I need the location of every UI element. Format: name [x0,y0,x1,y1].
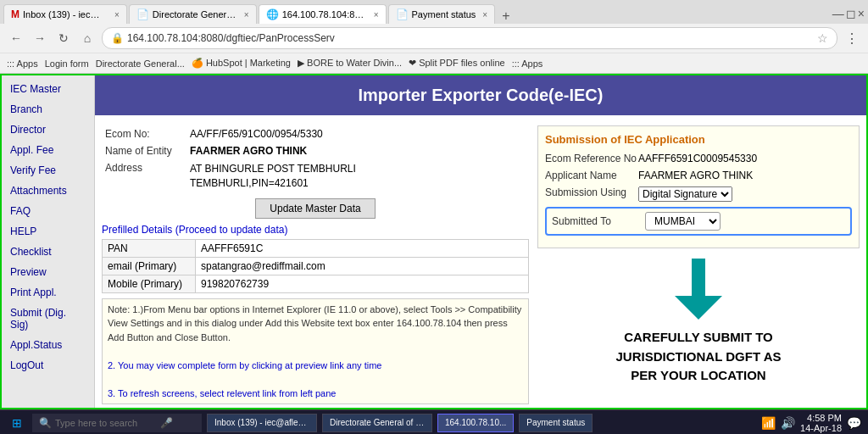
prefilled-title: Prefilled Details (Proceed to update dat… [102,224,529,236]
main-content: IEC Master Branch Director Appl. Fee Ver… [0,74,868,409]
bookmark-bore[interactable]: ▶ BORE to Water Divin... [298,58,402,69]
submitted-to-select[interactable]: MUMBAI DELHI CHENNAI KOLKATA [645,212,721,231]
bookmark-apps[interactable]: ::: Apps [7,58,38,69]
submission-using-select[interactable]: Digital Signature [638,186,732,202]
mobile-label: Mobile (Primary) [103,275,196,292]
note1: Note: 1.)From Menu bar options in Intern… [108,304,521,342]
taskbar-app-directorate[interactable]: Directorate General of F... [322,414,432,432]
browser-menu-button[interactable]: ⋮ [843,29,861,47]
start-button[interactable]: ⊞ [7,415,27,431]
pan-label: PAN [103,239,196,257]
sidebar-item-appl-status[interactable]: Appl.Status [2,335,94,355]
note3[interactable]: 3. To refresh screens, select relevent l… [108,388,336,398]
ecom-no-value: AA/FF/F65/91C00/0954/5330 [186,125,529,142]
page-title: Importer Exporter Code(e-IEC) [359,86,604,104]
bookmark-directorate[interactable]: Directorate General... [96,58,185,69]
sidebar-item-branch[interactable]: Branch [2,99,94,120]
note2[interactable]: 2. You may view complete form by clickin… [108,360,381,370]
search-box[interactable]: 🔍 🎤 [32,414,202,432]
tab-close-gmail[interactable]: × [114,10,120,19]
applicant-field: Applicant Name FAARMER AGRO THINK [545,170,852,181]
applicant-label: Applicant Name [545,170,638,181]
sidebar-item-attachments[interactable]: Attachments [2,181,94,201]
address-bar-row: ← → ↻ ⌂ 🔒 164.100.78.104:8080/dgftiec/Pa… [0,24,868,53]
email-row: email (Primary) spatangrao@rediffmail.co… [103,257,529,275]
forward-button[interactable]: → [31,29,49,47]
tab-close-payment[interactable]: × [482,10,487,19]
sidebar-item-submit-dig[interactable]: Submit (Dig. Sig) [2,303,94,335]
sidebar-item-appl-fee[interactable]: Appl. Fee [2,140,94,160]
email-label: email (Primary) [103,257,196,275]
bookmark-star-icon[interactable]: ☆ [817,31,828,45]
submission-title: Submission of IEC Application [545,133,852,146]
address-value: AT BHINGURLE POST TEMBHURLI TEMBHURLI,PI… [186,159,529,193]
entity-value: FAARMER AGRO THINK [186,142,529,159]
sidebar-item-logout[interactable]: LogOut [2,355,94,376]
new-tab-button[interactable]: + [497,8,515,24]
sidebar-item-verify-fee[interactable]: Verify Fee [2,160,94,181]
ecom-ref-label: Ecom Reference No [545,153,638,164]
sidebar-item-print[interactable]: Print Appl. [2,282,94,303]
back-button[interactable]: ← [7,29,25,47]
tab-directorate[interactable]: 📄 Directorate General of F... × [129,4,257,24]
prefilled-table: PAN AAFFF6591C email (Primary) spatangra… [102,239,529,293]
taskbar: ⊞ 🔍 🎤 Inbox (139) - iec@afleo... Directo… [0,409,868,434]
bookmark-split[interactable]: ❤ Split PDF files online [409,58,505,69]
taskbar-app-iec[interactable]: 164.100.78.10... [437,414,514,432]
tab-bar: M Inbox (139) - iec@afleo... × 📄 Directo… [0,0,868,24]
taskbar-network-icon: 📶 [761,416,776,430]
submission-box: Submission of IEC Application Ecom Refer… [537,125,860,248]
sidebar-item-faq[interactable]: FAQ [2,201,94,221]
sidebar: IEC Master Branch Director Appl. Fee Ver… [2,75,95,408]
update-master-btn[interactable]: Update Master Data [255,198,375,219]
address-box: 🔒 164.100.78.104:8080/dgftiec/PanProcess… [102,27,837,49]
carefully-text: CAREFULLY SUBMIT TOJURISDICTIONAL DGFT A… [615,328,781,386]
tab-iec[interactable]: 🌐 164.100.78.104:8080/dgf... × [259,4,387,24]
entity-row: Name of Entity FAARMER AGRO THINK [102,142,529,159]
submission-using-field: Submission Using Digital Signature [545,186,852,202]
address-text: 164.100.78.104:8080/dgftiec/PanProcessSe… [127,32,814,44]
minimize-button[interactable]: — [832,7,844,20]
taskbar-speaker-icon: 🔊 [781,416,795,430]
bookmark-apps2[interactable]: ::: Apps [512,58,543,69]
pan-row: PAN AAFFF6591C [103,239,529,257]
ecom-no-label: Ecom No: [102,125,186,142]
mobile-row: Mobile (Primary) 919820762739 [103,275,529,292]
ecom-ref-field: Ecom Reference No AAFFF6591C0009545330 [545,153,852,164]
sidebar-item-checklist[interactable]: Checklist [2,242,94,262]
arrow-section: CAREFULLY SUBMIT TOJURISDICTIONAL DGFT A… [537,255,860,386]
taskbar-app-payment[interactable]: Payment status [519,414,593,432]
search-input[interactable] [55,418,157,428]
submitted-to-row: Submitted To MUMBAI DELHI CHENNAI KOLKAT… [545,207,852,236]
mobile-value: 919820762739 [196,275,529,292]
applicant-value: FAARMER AGRO THINK [638,170,753,181]
sidebar-item-director[interactable]: Director [2,120,94,140]
ecom-ref-value: AAFFF6591C0009545330 [638,153,757,164]
bookmarks-bar: ::: Apps Login form Directorate General.… [0,53,868,73]
home-button[interactable]: ⌂ [78,29,97,47]
tab-gmail[interactable]: M Inbox (139) - iec@afleo... × [3,4,127,24]
tab-close-iec[interactable]: × [374,10,379,19]
sidebar-item-preview[interactable]: Preview [2,262,94,282]
bookmark-login[interactable]: Login form [45,58,89,69]
tab-payment[interactable]: 📄 Payment status × [388,4,496,24]
maximize-button[interactable]: ◻ [846,7,856,20]
taskbar-notification-icon[interactable]: 💬 [847,416,861,430]
sidebar-item-help[interactable]: HELP [2,221,94,242]
submitted-to-label: Submitted To [552,215,645,227]
pan-value: AAFFF6591C [196,239,529,257]
browser-chrome: M Inbox (139) - iec@afleo... × 📄 Directo… [0,0,868,74]
bookmark-hubspot[interactable]: 🍊 HubSpot | Marketing [192,58,291,69]
taskbar-right: 📶 🔊 4:58 PM 14-Apr-18 💬 [761,413,861,433]
lock-icon: 🔒 [111,32,124,44]
left-panel: Ecom No: AA/FF/F65/91C00/0954/5330 Name … [102,125,529,408]
taskbar-time: 4:58 PM 14-Apr-18 [800,413,842,433]
notes-box: Note: 1.)From Menu bar options in Intern… [102,298,529,405]
page-header: Importer Exporter Code(e-IEC) [95,75,866,115]
close-window-button[interactable]: × [858,7,865,20]
refresh-button[interactable]: ↻ [54,29,73,47]
sidebar-item-iec-master[interactable]: IEC Master [2,79,94,99]
main-field-table: Ecom No: AA/FF/F65/91C00/0954/5330 Name … [102,125,529,193]
taskbar-app-gmail[interactable]: Inbox (139) - iec@afleo... [207,414,317,432]
tab-close-directorate[interactable]: × [244,10,249,19]
